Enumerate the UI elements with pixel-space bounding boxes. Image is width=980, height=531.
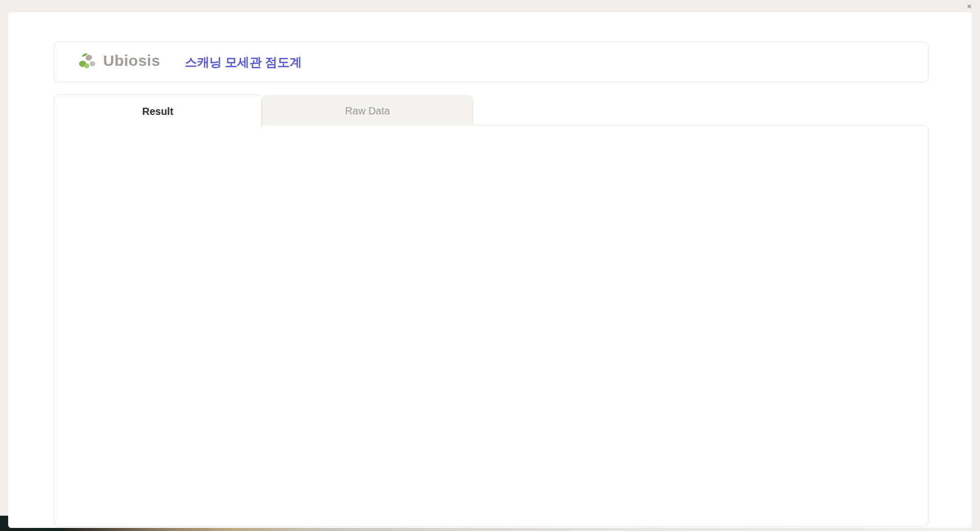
tab-result-label: Result [142,106,173,117]
close-icon[interactable]: × [967,1,972,12]
ubiosis-logo-icon [77,51,98,71]
brand-logo: Ubiosis [77,51,160,71]
page-title: 스캐닝 모세관 점도계 [185,54,302,70]
desktop: × Ubiosis 스캐닝 모세관 점도계 Result Raw Da [0,0,980,531]
app-window: Ubiosis 스캐닝 모세관 점도계 Result Raw Data i Fi… [8,12,972,528]
header: Ubiosis 스캐닝 모세관 점도계 [54,41,928,82]
tab-raw-data[interactable]: Raw Data [262,95,473,126]
content-panel [54,125,928,527]
brand-text: Ubiosis [103,52,160,69]
tab-result[interactable]: Result [54,94,262,128]
tab-raw-data-label: Raw Data [345,105,390,117]
